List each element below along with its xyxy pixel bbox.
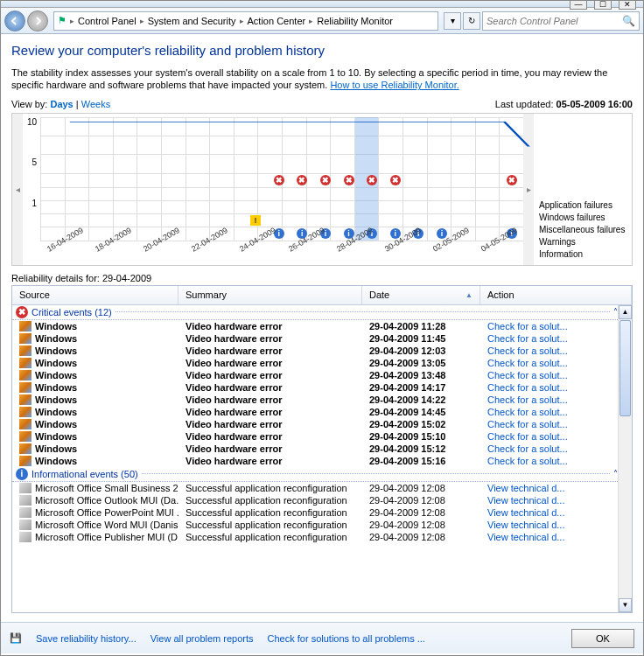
scroll-down-button[interactable]: ▼ (619, 598, 632, 612)
windows-icon (19, 345, 32, 356)
error-icon[interactable]: ✖ (297, 175, 307, 185)
event-row[interactable]: WindowsVideo hardware error29-04-2009 13… (12, 369, 632, 381)
scroll-thumb[interactable] (620, 320, 631, 416)
group-critical[interactable]: ✖Critical events (12)˄ (12, 305, 632, 320)
check-solution-link[interactable]: Check for a solut... (487, 370, 568, 380)
page-title: Review your computer's reliability and p… (11, 43, 633, 58)
col-summary[interactable]: Summary (178, 286, 362, 304)
sort-asc-icon: ▲ (466, 291, 472, 299)
windows-icon (19, 370, 32, 380)
event-row[interactable]: WindowsVideo hardware error29-04-2009 15… (12, 418, 632, 430)
save-history-link[interactable]: Save reliability history... (36, 633, 136, 644)
error-icon: ✖ (16, 306, 28, 318)
grid-scrollbar[interactable]: ▲ ▼ (618, 305, 632, 612)
check-solution-link[interactable]: Check for a solut... (487, 394, 568, 405)
check-solution-link[interactable]: Check for a solut... (487, 333, 568, 344)
view-details-link[interactable]: View technical d... (487, 483, 564, 493)
error-icon[interactable]: ✖ (367, 175, 377, 185)
crumb-reliability-monitor[interactable]: Reliability Monitor (317, 16, 393, 26)
viewby-days[interactable]: Days (50, 99, 73, 109)
event-row[interactable]: Microsoft Office Publisher MUI (D...Succ… (12, 531, 632, 543)
grid-header: Source Summary Date▲ Action (12, 286, 632, 305)
event-row[interactable]: WindowsVideo hardware error29-04-2009 15… (12, 443, 632, 455)
chart-row-labels: Application failuresWindows failuresMisc… (534, 114, 632, 265)
warning-icon[interactable]: ! (250, 215, 261, 226)
windows-icon (19, 419, 32, 429)
howto-link[interactable]: How to use Reliability Monitor. (330, 80, 458, 90)
refresh-button[interactable]: ↻ (463, 12, 480, 30)
search-input[interactable] (486, 16, 622, 26)
check-solution-link[interactable]: Check for a solut... (487, 419, 568, 429)
error-icon[interactable]: ✖ (390, 175, 401, 185)
check-solution-link[interactable]: Check for a solut... (487, 321, 568, 331)
crumb-system-security[interactable]: System and Security (148, 16, 236, 26)
windows-icon (19, 443, 32, 454)
chart-row-label: Warnings (539, 237, 626, 249)
view-details-link[interactable]: View technical d... (487, 495, 564, 506)
chevron-right-icon: ▸ (309, 17, 313, 25)
crumb-action-center[interactable]: Action Center (248, 16, 306, 26)
error-icon[interactable]: ✖ (274, 175, 284, 185)
y-tick: 5 (32, 157, 37, 167)
event-row[interactable]: Microsoft Office PowerPoint MUI ...Succe… (12, 506, 632, 519)
nav-forward-button[interactable] (27, 10, 48, 31)
chevron-right-icon: ▸ (140, 17, 144, 25)
view-reports-link[interactable]: View all problem reports (150, 633, 254, 644)
search-icon[interactable]: 🔍 (622, 15, 635, 27)
col-date[interactable]: Date▲ (362, 286, 480, 304)
chart-scroll-right[interactable]: ▸ (523, 114, 534, 265)
chart-scroll-left[interactable]: ◂ (12, 114, 23, 265)
check-solution-link[interactable]: Check for a solut... (487, 382, 568, 393)
chart-row-label: Windows failures (539, 213, 626, 225)
address-dropdown-button[interactable]: ▾ (444, 12, 461, 30)
event-row[interactable]: WindowsVideo hardware error29-04-2009 15… (12, 455, 632, 467)
view-details-link[interactable]: View technical d... (487, 532, 564, 542)
check-solution-link[interactable]: Check for a solut... (487, 443, 568, 454)
error-icon[interactable]: ✖ (507, 175, 517, 185)
window-minimize-button[interactable]: — (570, 0, 587, 10)
check-solution-link[interactable]: Check for a solut... (487, 407, 568, 417)
event-row[interactable]: WindowsVideo hardware error29-04-2009 12… (12, 345, 632, 357)
scroll-up-button[interactable]: ▲ (619, 305, 632, 319)
viewby-weeks[interactable]: Weeks (81, 99, 110, 109)
check-solution-link[interactable]: Check for a solut... (487, 456, 568, 466)
event-row[interactable]: WindowsVideo hardware error29-04-2009 14… (12, 406, 632, 418)
address-bar: ⚑ ▸ Control Panel ▸ System and Security … (1, 8, 643, 34)
check-solutions-link[interactable]: Check for solutions to all problems ... (268, 633, 425, 644)
event-row[interactable]: WindowsVideo hardware error29-04-2009 13… (12, 357, 632, 369)
app-icon (19, 495, 32, 506)
check-solution-link[interactable]: Check for a solut... (487, 345, 568, 356)
error-icon[interactable]: ✖ (320, 175, 331, 185)
y-tick: 1 (32, 199, 37, 208)
footer-bar: 💾 Save reliability history... View all p… (1, 622, 643, 653)
nav-back-button[interactable] (4, 10, 25, 31)
event-row[interactable]: Microsoft Office Word MUI (Danis...Succe… (12, 519, 632, 531)
col-action[interactable]: Action (480, 286, 632, 304)
event-row[interactable]: WindowsVideo hardware error29-04-2009 11… (12, 320, 632, 332)
check-solution-link[interactable]: Check for a solut... (487, 431, 568, 442)
windows-icon (19, 456, 32, 466)
group-informational[interactable]: iInformational events (50)˄ (12, 467, 632, 482)
error-icon[interactable]: ✖ (344, 175, 354, 185)
windows-icon (19, 333, 32, 344)
event-row[interactable]: Microsoft Office Outlook MUI (Da...Succe… (12, 494, 632, 506)
viewby-row: View by: Days | Weeks (11, 99, 110, 109)
crumb-control-panel[interactable]: Control Panel (78, 16, 136, 26)
event-row[interactable]: WindowsVideo hardware error29-04-2009 15… (12, 430, 632, 443)
flag-icon: ⚑ (58, 15, 66, 26)
ok-button[interactable]: OK (571, 629, 634, 648)
event-row[interactable]: WindowsVideo hardware error29-04-2009 14… (12, 394, 632, 406)
event-row[interactable]: WindowsVideo hardware error29-04-2009 11… (12, 332, 632, 345)
window-maximize-button[interactable]: ☐ (594, 0, 612, 10)
breadcrumb[interactable]: ⚑ ▸ Control Panel ▸ System and Security … (53, 11, 438, 31)
event-row[interactable]: Microsoft Office Small Business 20...Suc… (12, 482, 632, 494)
search-box[interactable]: 🔍 (482, 11, 640, 31)
event-row[interactable]: WindowsVideo hardware error29-04-2009 14… (12, 381, 632, 394)
view-details-link[interactable]: View technical d... (487, 507, 564, 518)
view-details-link[interactable]: View technical d... (487, 520, 564, 530)
col-source[interactable]: Source (12, 286, 178, 304)
window-close-button[interactable]: ✕ (619, 0, 636, 10)
window-titlebar: — ☐ ✕ (1, 1, 643, 8)
check-solution-link[interactable]: Check for a solut... (487, 358, 568, 368)
info-icon: i (16, 468, 28, 480)
